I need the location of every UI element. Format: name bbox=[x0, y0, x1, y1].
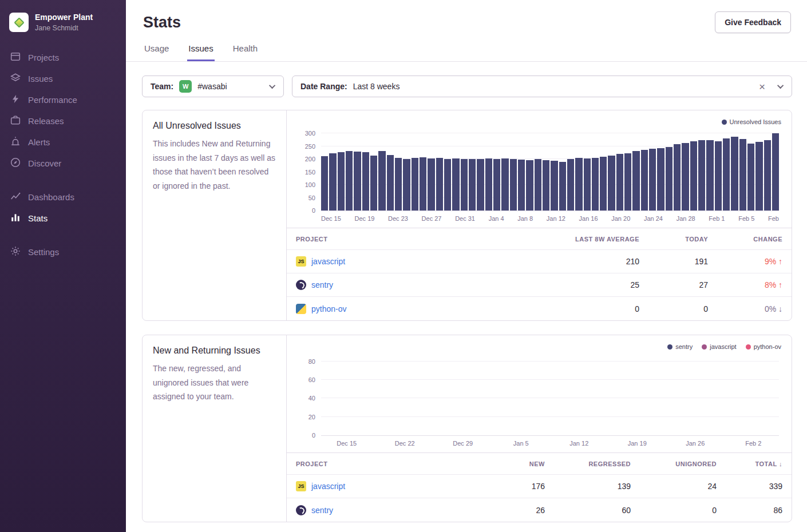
column-header-new[interactable]: NEW bbox=[459, 460, 545, 467]
team-avatar: W bbox=[179, 80, 192, 93]
sidebar-item-dashboards[interactable]: Dashboards bbox=[10, 186, 116, 208]
tab-issues[interactable]: Issues bbox=[187, 39, 214, 61]
sidebar-item-label: Stats bbox=[28, 213, 48, 223]
chart-bar bbox=[690, 141, 697, 211]
table-row: sentry2660086 bbox=[287, 498, 792, 522]
chart-bar bbox=[452, 158, 459, 211]
chart-bar bbox=[485, 158, 492, 211]
chart-bar bbox=[551, 161, 557, 211]
chart-bar bbox=[706, 140, 713, 211]
sidebar-item-projects[interactable]: Projects bbox=[10, 47, 116, 68]
chart-bar bbox=[584, 158, 591, 211]
project-link[interactable]: sentry bbox=[311, 280, 333, 289]
stat-value: 60 bbox=[545, 506, 631, 515]
team-select[interactable]: Team: W #wasabi bbox=[142, 76, 284, 97]
chart-bar bbox=[338, 152, 345, 211]
chart-bar bbox=[755, 142, 762, 211]
javascript-platform-icon: JS bbox=[296, 481, 306, 491]
tab-usage[interactable]: Usage bbox=[143, 39, 170, 61]
unresolved-issues-panel: All Unresolved Issues This includes New … bbox=[142, 110, 792, 321]
column-header-today[interactable]: TODAY bbox=[639, 236, 708, 243]
stat-value: 86 bbox=[717, 506, 782, 515]
sidebar-item-performance[interactable]: Performance bbox=[10, 89, 116, 110]
date-range-value: Last 8 weeks bbox=[353, 82, 400, 91]
chart-bar bbox=[567, 159, 574, 211]
org-switcher[interactable]: Empower Plant Jane Schmidt bbox=[0, 8, 126, 43]
legend-item-javascript[interactable]: javascript bbox=[702, 343, 736, 350]
x-axis-tick: Dec 31 bbox=[455, 215, 475, 222]
chart-bar bbox=[600, 157, 607, 211]
chart-bar bbox=[575, 158, 582, 211]
sidebar-item-label: Alerts bbox=[28, 137, 50, 147]
x-axis-tick: Jan 12 bbox=[547, 215, 565, 222]
bars-container bbox=[321, 131, 779, 211]
gear-icon bbox=[10, 246, 21, 258]
column-header-unignored[interactable]: UNIGNORED bbox=[631, 460, 717, 467]
stat-value: 25 bbox=[519, 280, 639, 289]
date-range-select[interactable]: Date Range: Last 8 weeks × bbox=[292, 76, 792, 97]
column-header-last-8w-average[interactable]: LAST 8W AVERAGE bbox=[519, 236, 639, 243]
chart-bar bbox=[731, 137, 738, 211]
legend-item-sentry[interactable]: sentry bbox=[667, 343, 693, 350]
chart-bar bbox=[698, 140, 705, 211]
discover-icon bbox=[10, 157, 21, 169]
x-axis-tick: Jan 19 bbox=[612, 440, 663, 447]
sidebar-item-alerts[interactable]: Alerts bbox=[10, 132, 116, 153]
column-header-change[interactable]: CHANGE bbox=[708, 236, 782, 243]
sentry-platform-icon bbox=[296, 505, 306, 515]
sidebar-item-issues[interactable]: Issues bbox=[10, 68, 116, 89]
chart-bar bbox=[632, 151, 639, 211]
new-returning-issues-chart: sentryjavascriptpython-ov 020406080 Dec … bbox=[287, 335, 792, 452]
chart-bar bbox=[739, 139, 746, 211]
chart-bar bbox=[682, 143, 689, 211]
sidebar-item-releases[interactable]: Releases bbox=[10, 110, 116, 132]
sidebar-item-settings[interactable]: Settings bbox=[10, 241, 116, 263]
sidebar-item-label: Issues bbox=[28, 74, 53, 84]
column-header-total[interactable]: TOTAL ↓ bbox=[717, 460, 782, 467]
chart-bar bbox=[362, 152, 369, 211]
user-name: Jane Schmidt bbox=[35, 24, 93, 32]
clear-icon[interactable]: × bbox=[759, 81, 765, 92]
chart-bar bbox=[747, 144, 754, 211]
column-header-project[interactable]: PROJECT bbox=[296, 460, 459, 467]
y-axis-tick: 60 bbox=[308, 377, 315, 383]
chart-bar bbox=[354, 152, 361, 211]
x-axis-tick: Feb 5 bbox=[738, 215, 754, 222]
legend-item-unresolved-issues[interactable]: Unresolved Issues bbox=[722, 118, 782, 125]
chart-bar bbox=[387, 155, 394, 211]
chart-bar bbox=[420, 157, 426, 211]
chart-bar bbox=[370, 156, 377, 211]
stat-value: 210 bbox=[519, 257, 639, 266]
chart-x-axis: Dec 15Dec 19Dec 23Dec 27Dec 31Jan 4Jan 8… bbox=[321, 211, 779, 225]
dashboards-icon bbox=[10, 191, 21, 203]
table-row: JSjavascript17613924339 bbox=[287, 475, 792, 498]
sidebar-item-discover[interactable]: Discover bbox=[10, 153, 116, 174]
chart-bar bbox=[526, 160, 533, 211]
x-axis-tick: Feb bbox=[768, 215, 779, 222]
sidebar-item-label: Settings bbox=[28, 247, 59, 257]
stat-value: 191 bbox=[639, 257, 708, 266]
column-header-project[interactable]: PROJECT bbox=[296, 236, 519, 243]
table-row: sentry25278% ↑ bbox=[287, 273, 792, 297]
main-area: Stats Give Feedback Usage Issues Health … bbox=[126, 0, 807, 532]
chart-bar bbox=[469, 159, 476, 211]
project-link[interactable]: javascript bbox=[311, 482, 345, 491]
sidebar-item-stats[interactable]: Stats bbox=[10, 208, 116, 229]
column-header-regressed[interactable]: REGRESSED bbox=[545, 460, 631, 467]
project-link[interactable]: sentry bbox=[311, 506, 333, 515]
legend-item-python-ov[interactable]: python-ov bbox=[746, 343, 781, 350]
alerts-icon bbox=[10, 136, 21, 148]
tab-health[interactable]: Health bbox=[232, 39, 259, 61]
give-feedback-button[interactable]: Give Feedback bbox=[715, 11, 791, 33]
chart-bar bbox=[518, 160, 525, 211]
chart-bar bbox=[461, 159, 468, 211]
chevron-down-icon bbox=[777, 82, 784, 89]
project-link[interactable]: javascript bbox=[311, 257, 345, 266]
project-link[interactable]: python-ov bbox=[311, 304, 346, 313]
chart-bar bbox=[395, 158, 402, 211]
new-returning-issues-table: PROJECTNEWREGRESSEDUNIGNOREDTOTAL ↓JSjav… bbox=[287, 452, 792, 522]
chart-bar bbox=[477, 159, 484, 211]
chart-bar bbox=[764, 140, 771, 211]
chart-bar bbox=[378, 151, 385, 211]
x-axis-tick: Dec 23 bbox=[388, 215, 408, 222]
